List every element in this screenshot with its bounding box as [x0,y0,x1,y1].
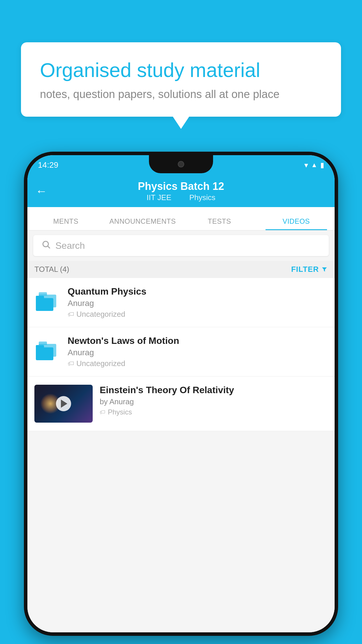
play-button[interactable] [56,396,71,411]
svg-point-0 [43,241,48,247]
background: Organised study material notes, question… [0,0,362,644]
signal-icon: ▲ [311,161,317,169]
item-tag: 🏷 Uncategorized [68,310,328,319]
item-details: Einstein's Theory Of Relativity by Anura… [100,385,328,416]
item-author: by Anurag [100,397,328,406]
header-subtitle: IIT JEE Physics [144,193,218,202]
item-title: Quantum Physics [68,286,328,297]
item-title: Einstein's Theory Of Relativity [100,385,328,396]
tab-announcements[interactable]: ANNOUNCEMENTS [104,217,181,230]
phone: 14:29 ▾ ▲ ▮ ← Physics Batch 12 IIT JEE P… [24,152,338,636]
speech-bubble-subtitle: notes, question papers, solutions all at… [40,88,322,101]
tabs-bar: MENTS ANNOUNCEMENTS TESTS VIDEOS [27,207,335,230]
subtitle-sep [179,193,183,202]
tag-icon: 🏷 [100,409,106,416]
item-tag: 🏷 Physics [100,408,328,416]
subtitle-iitjee: IIT JEE [147,193,171,202]
item-icon-wrap [34,339,61,365]
play-icon [61,400,67,408]
filter-bar: TOTAL (4) FILTER [27,261,335,278]
tag-icon: 🏷 [68,360,74,368]
folder-icon [36,292,59,313]
item-icon-wrap [34,289,61,316]
status-icons: ▾ ▲ ▮ [304,161,324,170]
folder-icon [36,342,59,362]
tag-icon: 🏷 [68,311,74,318]
tab-ments[interactable]: MENTS [27,217,104,230]
tab-videos[interactable]: VIDEOS [258,217,335,230]
filter-icon [321,266,328,273]
item-details: Newton's Laws of Motion Anurag 🏷 Uncateg… [68,335,328,368]
svg-marker-2 [322,267,327,272]
item-author: Anurag [68,299,328,308]
filter-button[interactable]: FILTER [291,265,328,274]
filter-label: FILTER [291,265,319,274]
app-header: ← Physics Batch 12 IIT JEE Physics [27,175,335,207]
wifi-icon: ▾ [304,161,308,170]
video-thumbnail [34,385,93,423]
battery-icon: ▮ [320,161,324,169]
content-area: Search TOTAL (4) FILTER [27,230,335,632]
item-tag: 🏷 Uncategorized [68,359,328,368]
camera-notch [178,161,184,167]
header-title: Physics Batch 12 [138,180,224,192]
speech-bubble-title: Organised study material [40,58,322,82]
list-item[interactable]: Newton's Laws of Motion Anurag 🏷 Uncateg… [27,327,335,377]
search-bar[interactable]: Search [33,235,329,256]
speech-bubble: Organised study material notes, question… [21,42,341,117]
item-author: Anurag [68,348,328,357]
phone-notch [149,155,213,173]
item-details: Quantum Physics Anurag 🏷 Uncategorized [68,286,328,319]
list-item[interactable]: Quantum Physics Anurag 🏷 Uncategorized [27,278,335,327]
list-item[interactable]: Einstein's Theory Of Relativity by Anura… [27,377,335,431]
total-count: TOTAL (4) [34,265,69,274]
item-title: Newton's Laws of Motion [68,335,328,346]
tab-tests[interactable]: TESTS [181,217,258,230]
svg-line-1 [48,246,50,248]
status-time: 14:29 [38,160,58,170]
back-button[interactable]: ← [36,185,47,198]
search-placeholder: Search [55,240,85,251]
subtitle-physics: Physics [189,193,215,202]
search-icon [41,240,51,251]
